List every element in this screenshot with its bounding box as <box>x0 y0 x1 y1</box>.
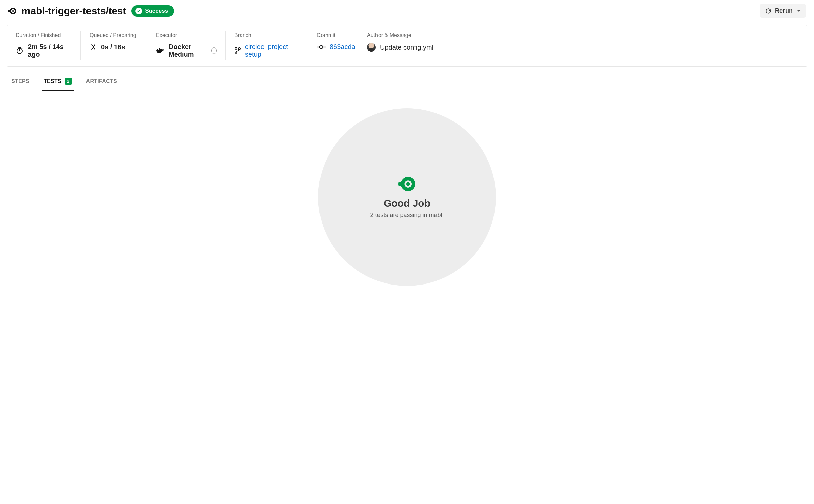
status-label: Success <box>145 8 168 14</box>
branch-icon <box>234 47 241 55</box>
tabs: STEPS TESTS 2 ARTIFACTS <box>0 76 814 91</box>
svg-point-8 <box>235 47 237 49</box>
result-title: Good Job <box>384 198 430 209</box>
title-group: mabl-trigger-tests/test <box>8 5 126 17</box>
info-panel: Duration / Finished 2m 5s / 14s ago Queu… <box>7 25 807 67</box>
tab-steps[interactable]: STEPS <box>9 76 32 91</box>
circleci-green-icon <box>398 175 416 193</box>
svg-point-10 <box>238 48 240 50</box>
result-subtitle: 2 tests are passing in mabl. <box>370 212 444 219</box>
header-row: mabl-trigger-tests/test Success Rerun <box>7 0 807 25</box>
docker-icon <box>156 47 165 54</box>
info-branch-label: Branch <box>234 32 299 38</box>
info-duration-value: 2m 5s / 14s ago <box>28 43 72 58</box>
svg-point-1 <box>12 10 14 12</box>
info-branch: Branch circleci-project-setup <box>226 32 308 60</box>
info-duration: Duration / Finished 2m 5s / 14s ago <box>7 32 81 60</box>
svg-point-9 <box>235 52 237 54</box>
check-circle-icon <box>135 8 142 14</box>
branch-link[interactable]: circleci-project-setup <box>245 43 299 58</box>
tab-steps-label: STEPS <box>11 78 30 84</box>
svg-rect-2 <box>8 10 10 11</box>
tab-artifacts[interactable]: ARTIFACTS <box>84 76 119 91</box>
tab-artifacts-label: ARTIFACTS <box>86 78 117 84</box>
tab-tests-label: TESTS <box>44 78 61 84</box>
refresh-icon <box>765 8 772 14</box>
info-queued-value: 0s / 16s <box>101 43 125 51</box>
info-author: Author & Message Update config.yml <box>358 32 807 60</box>
info-executor-label: Executor <box>156 32 217 38</box>
result-circle: Good Job 2 tests are passing in mabl. <box>318 108 496 286</box>
rerun-label: Rerun <box>775 7 793 14</box>
result-area: Good Job 2 tests are passing in mabl. <box>7 91 807 286</box>
avatar <box>367 43 376 52</box>
tab-tests-badge: 2 <box>65 78 72 85</box>
circleci-logo-icon <box>8 7 17 15</box>
svg-point-11 <box>320 45 323 48</box>
info-duration-label: Duration / Finished <box>16 32 72 38</box>
commit-message: Update config.yml <box>380 44 433 51</box>
svg-point-15 <box>406 182 410 186</box>
stopwatch-icon <box>16 47 24 55</box>
chevron-down-icon <box>797 10 801 12</box>
tab-tests[interactable]: TESTS 2 <box>42 76 74 91</box>
info-queued-label: Queued / Preparing <box>90 32 138 38</box>
svg-rect-16 <box>398 182 402 186</box>
header-left: mabl-trigger-tests/test Success <box>8 5 174 17</box>
commit-icon <box>317 45 326 49</box>
hourglass-icon <box>90 43 97 51</box>
commit-link[interactable]: 863acda <box>330 43 355 51</box>
info-queued: Queued / Preparing 0s / 16s <box>81 32 147 60</box>
status-badge: Success <box>131 5 174 17</box>
info-author-label: Author & Message <box>367 32 798 38</box>
svg-rect-7 <box>159 48 160 49</box>
rerun-button[interactable]: Rerun <box>760 4 806 18</box>
info-commit: Commit 863acda <box>308 32 358 60</box>
info-icon[interactable]: i <box>211 47 217 54</box>
page-title: mabl-trigger-tests/test <box>21 5 126 17</box>
info-executor-value: Docker Medium <box>169 43 207 58</box>
info-commit-label: Commit <box>317 32 349 38</box>
info-executor: Executor Docker Medium i <box>147 32 226 60</box>
